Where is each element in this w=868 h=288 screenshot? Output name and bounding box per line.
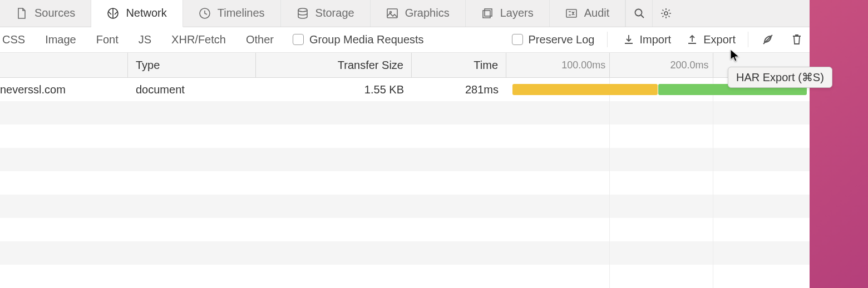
table-row: [0, 265, 810, 288]
trash-icon: [791, 33, 802, 46]
desktop-background: [810, 0, 868, 288]
checkbox-label: Group Media Requests: [309, 33, 424, 46]
tab-label: Layers: [500, 7, 534, 19]
no-cache-button[interactable]: [758, 30, 777, 49]
file-icon: [16, 7, 28, 19]
table-row[interactable]: neverssl.com document 1.55 KB 281ms: [0, 78, 810, 101]
layers-icon: [481, 7, 494, 19]
tab-label: Graphics: [405, 7, 450, 19]
table-row: [0, 195, 810, 218]
column-type[interactable]: Type: [128, 53, 256, 77]
download-icon: [623, 34, 634, 45]
search-button[interactable]: [625, 0, 652, 27]
filter-image[interactable]: Image: [43, 31, 78, 48]
image-icon: [386, 7, 398, 19]
table-row: [0, 218, 810, 241]
cell-time: 281ms: [412, 78, 506, 101]
tab-strip: Sources Network Timelines Storage Graphi…: [0, 0, 810, 27]
checkbox-box: [293, 34, 304, 45]
filter-font[interactable]: Font: [94, 31, 121, 48]
filter-xhr[interactable]: XHR/Fetch: [169, 31, 228, 48]
separator: [607, 32, 608, 47]
column-name[interactable]: [0, 53, 128, 77]
filter-js[interactable]: JS: [136, 31, 154, 48]
tab-layers[interactable]: Layers: [466, 0, 550, 27]
database-icon: [297, 7, 309, 19]
timing-bar-waiting: [512, 84, 658, 95]
gear-icon: [660, 7, 672, 19]
table-row: [0, 241, 810, 265]
tick-label: 200.0ms: [670, 59, 713, 71]
request-table-body: neverssl.com document 1.55 KB 281ms: [0, 78, 810, 288]
network-toolbar: CSS Image Font JS XHR/Fetch Other Group …: [0, 27, 810, 53]
column-time[interactable]: Time: [412, 53, 506, 77]
cell-size: 1.55 KB: [256, 78, 412, 101]
svg-point-8: [635, 9, 642, 16]
svg-rect-7: [566, 9, 576, 17]
svg-rect-6: [483, 11, 490, 18]
network-icon: [107, 7, 119, 19]
tab-timelines[interactable]: Timelines: [183, 0, 281, 27]
separator: [748, 32, 748, 47]
button-label: Export: [703, 33, 736, 46]
leaf-slash-icon: [762, 33, 774, 46]
devtools-panel: Sources Network Timelines Storage Graphi…: [0, 0, 810, 288]
svg-point-2: [298, 8, 307, 12]
tab-graphics[interactable]: Graphics: [371, 0, 466, 27]
column-transfer-size[interactable]: Transfer Size: [256, 53, 412, 77]
tab-label: Network: [126, 7, 166, 19]
settings-button[interactable]: [652, 0, 679, 27]
svg-rect-3: [387, 9, 397, 18]
tab-sources[interactable]: Sources: [0, 0, 91, 27]
button-label: Import: [640, 33, 672, 46]
cell-type: document: [128, 78, 256, 101]
table-row: [0, 148, 810, 171]
table-row: [0, 125, 810, 148]
filter-other[interactable]: Other: [244, 31, 276, 48]
table-row: [0, 171, 810, 195]
tab-network[interactable]: Network: [91, 0, 183, 27]
export-button[interactable]: Export: [687, 33, 736, 46]
mouse-cursor-icon: [730, 49, 741, 63]
checkbox-label: Preserve Log: [529, 33, 595, 46]
checkbox-box: [512, 34, 523, 45]
clock-icon: [199, 7, 211, 19]
tab-label: Storage: [315, 7, 354, 19]
filter-group: CSS Image Font JS XHR/Fetch Other: [0, 31, 276, 48]
search-icon: [634, 8, 645, 19]
tick-label: 100.00ms: [561, 59, 610, 71]
tab-storage[interactable]: Storage: [281, 0, 371, 27]
export-tooltip: HAR Export (⌘S): [728, 67, 832, 88]
cell-name: neverssl.com: [0, 78, 128, 101]
preserve-log-checkbox[interactable]: Preserve Log: [512, 33, 595, 46]
tab-label: Audit: [584, 7, 610, 19]
tab-label: Sources: [34, 7, 75, 19]
group-media-checkbox[interactable]: Group Media Requests: [293, 33, 424, 46]
table-row: [0, 101, 810, 125]
table-header: Type Transfer Size Time 100.00ms 200.0ms: [0, 53, 810, 78]
tab-audit[interactable]: Audit: [550, 0, 626, 27]
filter-css[interactable]: CSS: [0, 31, 27, 48]
svg-rect-5: [485, 9, 492, 16]
audit-icon: [565, 7, 578, 19]
svg-point-9: [664, 12, 668, 15]
import-button[interactable]: Import: [623, 33, 672, 46]
clear-button[interactable]: [787, 30, 806, 49]
tab-label: Timelines: [218, 7, 265, 19]
upload-icon: [687, 34, 698, 45]
